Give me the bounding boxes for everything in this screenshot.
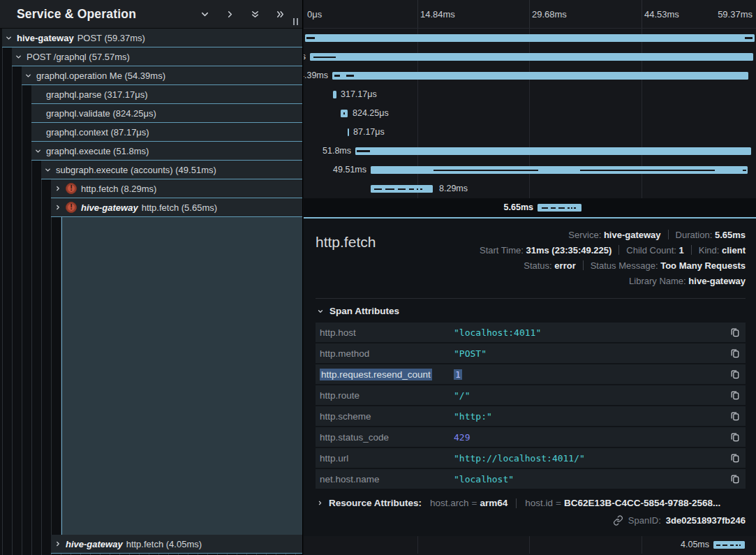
selected-span-expanded-area [61,217,302,536]
chevron-right-icon[interactable] [54,185,61,192]
tree-row-graphql-context[interactable]: graphql.context (87.17μs) [31,123,302,142]
span-label: graphql.parse (317.17μs) [46,89,148,100]
duration-label: 87.17μs [353,127,385,137]
copy-icon[interactable] [730,327,740,337]
attr-row: http.method "POST" [316,343,746,363]
copy-icon[interactable] [730,474,740,484]
chevron-down-icon[interactable] [5,34,13,42]
timeline-row: 8.29ms [304,179,756,198]
resource-value: arm64 [480,498,507,508]
tree-row-post-graphql[interactable]: POST /graphql (57.57ms) [12,47,302,66]
span-bar-execute[interactable] [355,147,751,155]
chevron-down-icon[interactable] [24,72,32,80]
timeline-row [304,29,756,47]
attr-row: http.url "http://localhost:4011/" [316,448,746,468]
span-bar-http-fetch-829[interactable] [371,185,433,193]
tree-row-http-fetch-565-selected[interactable]: ! hive-gatewayhttp.fetch (5.65ms) [51,198,302,217]
chevron-down-icon[interactable] [15,53,22,61]
attr-value: "http:" [454,411,725,422]
chevron-down-icon [317,308,324,315]
span-bar-http-fetch-565[interactable] [538,204,581,212]
span-bar-subgraph[interactable] [371,166,748,174]
span-tree: hive-gatewayPOST (59.37ms) POST /graphql… [0,29,302,555]
copy-icon[interactable] [730,348,740,358]
tree-row-graphql-validate[interactable]: graphql.validate (824.25μs) [31,104,302,123]
tree-row-hive-gateway-post[interactable]: hive-gatewayPOST (59.37ms) [2,29,302,47]
attr-key: http.status_code [320,432,454,443]
span-bar-parse[interactable] [333,91,336,98]
attr-value: "/" [454,390,725,401]
span-bar-post[interactable] [305,34,755,42]
attr-value: "localhost:4011" [454,327,725,338]
tree-row-http-fetch-405[interactable]: hive-gatewayhttp.fetch (4.05ms) [51,535,302,554]
span-attributes-header[interactable]: Span Attributes [317,306,746,316]
chevron-down-icon[interactable] [34,147,42,155]
attr-row: http.status_code 429 [316,427,746,447]
service-name: hive-gateway [81,202,138,213]
copy-icon[interactable] [730,432,740,442]
span-label: graphql.context (87.17μs) [46,127,149,138]
attr-key: http.route [320,390,454,401]
tree-row-graphql-operation[interactable]: graphql.operation Me (54.39ms) [22,66,302,85]
span-attributes-table: http.host "localhost:4011" http.method "… [316,323,746,489]
tree-header: Service & Operation [0,0,302,29]
tree-row-subgraph-execute[interactable]: subgraph.execute (accounts) (49.51ms) [41,161,302,179]
ruler-tick: 59.37ms [718,9,753,20]
span-bar-operation[interactable] [332,72,748,80]
chevron-right-icon[interactable] [54,540,61,547]
copy-icon[interactable] [730,390,740,400]
tree-row-http-fetch-829[interactable]: ! http.fetch (8.29ms) [51,179,302,198]
span-bar-http-fetch-405[interactable] [713,541,745,549]
meta-label: Start Time: [480,245,524,256]
duration-label: 49.51ms [333,165,366,175]
copy-icon[interactable] [730,411,740,421]
chevron-right-icon[interactable] [54,204,61,211]
meta-label: Duration: [676,230,713,240]
tree-row-graphql-parse[interactable]: graphql.parse (317.17μs) [31,85,302,104]
span-detail-panel: http.fetch Service: hive-gateway Duratio… [304,217,756,536]
resource-key: host.arch [430,498,469,508]
meta-value: hive-gateway [688,276,746,286]
panel-resize-handle[interactable] [293,18,298,25]
tree-header-title: Service & Operation [17,7,200,22]
double-chevron-right-icon[interactable] [275,9,286,20]
resource-attributes-header[interactable]: Resource Attributes: [317,498,422,508]
chevron-right-icon[interactable] [225,9,235,20]
service-name: hive-gateway [17,33,74,43]
duration-label: 5.65ms [504,202,533,212]
meta-label: Library Name: [629,276,686,286]
timeline-rows: 57.57ms 54.39ms 317.17μs 824.25μs 87.17μ… [304,29,756,217]
timeline-row-bottom: 4.05ms [304,536,756,554]
resource-value: BC62E13B-C4CC-5854-9788-2568... [564,498,720,508]
attr-key: http.method [320,348,454,359]
tree-row-graphql-execute[interactable]: graphql.execute (51.8ms) [31,142,302,161]
meta-value: 31ms (23:35:49.225) [526,245,612,256]
attr-row-selected: http.request.resend_count 1 [316,364,746,384]
timeline-row: 87.17μs [304,123,756,142]
meta-value: client [722,245,746,256]
double-chevron-down-icon[interactable] [250,9,260,20]
attr-key: http.host [320,327,454,338]
span-id-value: 3de02518937fb246 [666,515,746,526]
timeline-row: 49.51ms [304,161,756,179]
span-bar-validate[interactable] [341,110,348,117]
span-bar-context[interactable] [348,128,349,136]
span-id-label: SpanID: [628,515,661,526]
timeline-row-selected[interactable]: 5.65ms [304,198,756,217]
span-bar-graphql[interactable] [310,53,753,61]
chevron-down-icon[interactable] [200,9,210,20]
copy-icon[interactable] [730,369,740,379]
span-label: subgraph.execute (accounts) (49.51ms) [56,165,216,175]
error-badge-icon: ! [66,202,77,213]
ruler-tick: 0μs [307,9,322,20]
attr-row: http.scheme "http:" [316,406,746,426]
meta-label: Kind: [699,245,720,256]
trace-viewer: Service & Operation hive-gatewayPOST (59… [0,0,756,555]
meta-label: Child Count: [626,245,676,256]
copy-icon[interactable] [730,453,740,463]
link-icon[interactable] [613,515,623,526]
attr-value: "POST" [454,348,725,359]
ruler-tick: 29.68ms [532,9,567,20]
span-label: http.fetch (8.29ms) [81,184,156,194]
chevron-down-icon[interactable] [44,166,52,174]
